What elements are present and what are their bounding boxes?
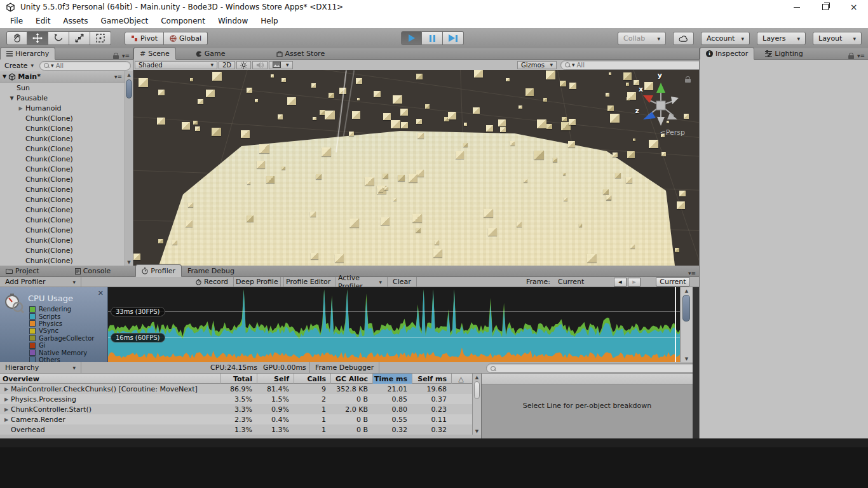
hierarchy-mode-dropdown[interactable]: Hierarchy▾ — [0, 362, 81, 373]
lock-icon[interactable] — [113, 53, 119, 59]
axis-z-label[interactable]: z — [635, 107, 639, 115]
tab-frame-debug[interactable]: Frame Debug — [182, 266, 240, 276]
panel-menu-icon[interactable]: ▾≡ — [122, 53, 130, 59]
scroll-up-icon[interactable]: ▲ — [125, 71, 133, 78]
perspective-toggle[interactable]: <Persp — [660, 128, 685, 137]
effects-dropdown[interactable]: ▾ — [269, 61, 293, 69]
scene-menu-icon[interactable]: ▾≡ — [114, 74, 125, 80]
profiler-search-input[interactable] — [486, 363, 698, 373]
layout-dropdown[interactable]: Layout▾ — [813, 32, 862, 45]
legend-item[interactable]: Scripts — [29, 313, 94, 320]
account-dropdown[interactable]: Account▾ — [701, 32, 750, 45]
tab-console[interactable]: Console — [69, 266, 117, 276]
tab-scene[interactable]: # Scene — [133, 47, 176, 60]
cpu-usage-graph[interactable] — [108, 287, 680, 362]
minimize-button[interactable] — [782, 0, 811, 14]
table-row[interactable]: ▶MainController.CheckChunks() [Coroutine… — [0, 384, 481, 394]
col-self[interactable]: Self — [257, 374, 294, 384]
hierarchy-item[interactable]: Chunk(Clone) — [0, 184, 125, 194]
rect-tool-button[interactable] — [90, 31, 111, 45]
hierarchy-item[interactable]: Chunk(Clone) — [0, 123, 125, 133]
hierarchy-item[interactable]: Chunk(Clone) — [0, 133, 125, 144]
hierarchy-item[interactable]: Chunk(Clone) — [0, 113, 125, 123]
tab-inspector[interactable]: i Inspector — [700, 47, 754, 60]
lighting-toggle-button[interactable] — [236, 61, 251, 69]
gizmos-dropdown[interactable]: Gizmos▾ — [517, 61, 557, 69]
audio-toggle-button[interactable] — [252, 61, 268, 69]
hierarchy-search-input[interactable]: ▾All — [39, 61, 131, 71]
previous-frame-button[interactable]: ◀ — [614, 278, 627, 287]
panel-menu-icon[interactable]: ▾≡ — [857, 53, 865, 59]
menu-window[interactable]: Window — [212, 14, 254, 28]
create-dropdown[interactable]: Create▾ — [2, 62, 36, 70]
hierarchy-scrollbar[interactable]: ▲ ▼ — [125, 71, 133, 266]
col-calls[interactable]: Calls — [294, 374, 330, 384]
axis-y-label[interactable]: y — [658, 71, 662, 79]
tab-project[interactable]: Project — [0, 266, 45, 276]
close-button[interactable]: × — [839, 0, 868, 14]
next-frame-button[interactable]: ▶ — [628, 278, 641, 287]
hierarchy-item[interactable]: Chunk(Clone) — [0, 154, 125, 164]
hierarchy-item[interactable]: Chunk(Clone) — [0, 144, 125, 154]
rotate-tool-button[interactable] — [48, 31, 69, 45]
hierarchy-item[interactable]: Chunk(Clone) — [0, 194, 125, 205]
scroll-down-icon[interactable]: ▼ — [473, 428, 481, 435]
add-profiler-dropdown[interactable]: Add Profiler▾ — [0, 277, 81, 287]
table-row[interactable]: ▶ChunkController.Start() 3.3% 0.9% 1 2.0… — [0, 404, 481, 414]
pivot-toggle-button[interactable]: Pivot — [125, 32, 164, 45]
play-button[interactable] — [401, 31, 422, 45]
scene-viewport[interactable]: y x z <Persp — [133, 70, 699, 266]
col-overview[interactable]: Overview — [0, 374, 220, 384]
shading-mode-dropdown[interactable]: Shaded▾ — [135, 61, 217, 69]
scroll-down-icon[interactable]: ▼ — [125, 259, 133, 266]
expand-arrow-icon[interactable]: ▼ — [3, 74, 6, 79]
chart-scrollbar[interactable]: ▲ ▼ — [680, 287, 693, 362]
hierarchy-item[interactable]: Chunk(Clone) — [0, 205, 125, 215]
current-frame-button[interactable]: Current — [656, 277, 690, 287]
global-toggle-button[interactable]: Global — [164, 32, 208, 45]
2d-toggle-button[interactable]: 2D — [219, 61, 235, 69]
legend-item[interactable]: Gi — [29, 342, 94, 349]
pause-button[interactable] — [422, 31, 443, 45]
hierarchy-item[interactable]: Chunk(Clone) — [0, 255, 125, 266]
hierarchy-item[interactable]: Sun — [0, 83, 125, 93]
panel-menu-icon[interactable]: ▾≡ — [688, 270, 696, 276]
cloud-button[interactable] — [673, 32, 694, 45]
hierarchy-item[interactable]: Chunk(Clone) — [0, 215, 125, 225]
scroll-up-icon[interactable]: ▲ — [473, 374, 481, 381]
col-time-ms[interactable]: Time ms — [372, 374, 412, 384]
expand-arrow-icon[interactable]: ▶ — [4, 407, 11, 412]
collab-button[interactable]: Collab▾ — [618, 32, 666, 45]
tab-lighting[interactable]: Lighting — [759, 48, 808, 59]
orientation-gizmo[interactable] — [638, 78, 684, 136]
scroll-down-icon[interactable]: ▼ — [681, 355, 693, 362]
close-icon[interactable]: ✕ — [98, 289, 104, 297]
tab-game[interactable]: Game — [190, 48, 231, 59]
menu-file[interactable]: File — [4, 14, 29, 28]
move-tool-button[interactable] — [27, 31, 48, 45]
scrollbar-thumb[interactable] — [474, 381, 480, 399]
legend-item[interactable]: Native Memory — [29, 349, 94, 356]
menu-assets[interactable]: Assets — [57, 14, 94, 28]
scene-root-row[interactable]: ▼ Main* ▾≡ — [0, 71, 125, 83]
active-profiler-dropdown[interactable]: Active Profiler▾ — [333, 277, 388, 287]
table-scrollbar[interactable]: ▲ ▼ — [472, 374, 481, 435]
record-toggle[interactable]: Record — [191, 277, 234, 287]
tab-asset-store[interactable]: Asset Store — [271, 48, 331, 59]
legend-item[interactable]: GarbageCollector — [29, 335, 94, 342]
profile-editor-toggle[interactable]: Profile Editor — [280, 277, 336, 287]
menu-help[interactable]: Help — [254, 14, 284, 28]
hierarchy-item[interactable]: Chunk(Clone) — [0, 174, 125, 184]
tab-hierarchy[interactable]: Hierarchy — [0, 47, 55, 60]
menu-component[interactable]: Component — [154, 14, 212, 28]
frame-debugger-button[interactable]: Frame Debugger — [309, 362, 379, 373]
axis-x-label[interactable]: x — [639, 85, 643, 93]
hand-tool-button[interactable] — [6, 31, 27, 45]
hierarchy-item[interactable]: Humanoid — [0, 103, 125, 113]
col-total[interactable]: Total — [220, 374, 257, 384]
expand-arrow-icon[interactable]: ▶ — [4, 396, 11, 402]
expand-arrow-icon[interactable]: ▶ — [4, 417, 11, 423]
lock-icon[interactable] — [685, 76, 691, 83]
lock-icon[interactable] — [848, 53, 854, 59]
table-row[interactable]: ▶Physics.Processing 3.5% 1.5% 2 0 B 0.85… — [0, 394, 481, 404]
